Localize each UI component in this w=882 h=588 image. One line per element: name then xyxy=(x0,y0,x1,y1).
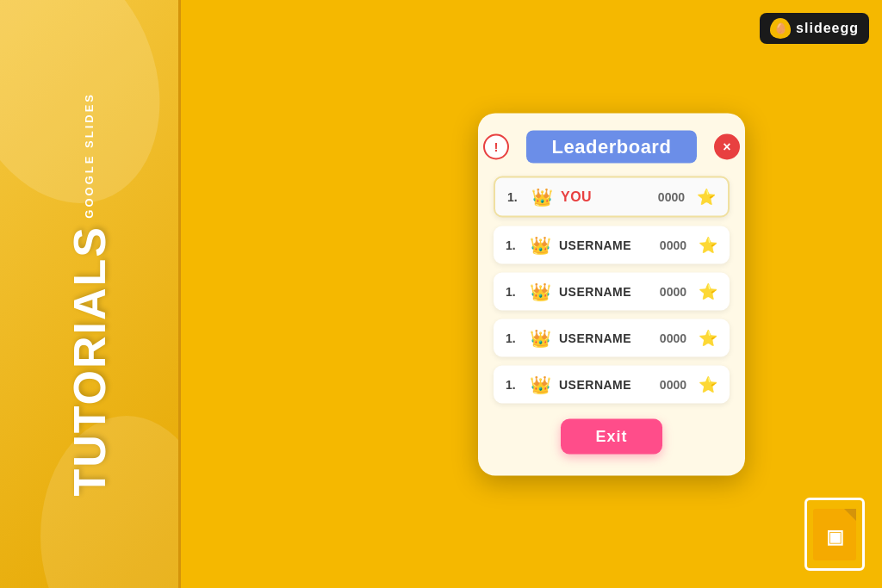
google-slides-label: GOOGLE SLIDES xyxy=(83,92,96,219)
star-5: ⭐ xyxy=(699,374,717,393)
crown-icon-4: 👑 xyxy=(528,327,552,348)
crown-icon-5: 👑 xyxy=(528,374,552,394)
player-name-3: USERNAME xyxy=(559,284,653,298)
slides-icon-container: ▣ xyxy=(804,498,865,571)
rank-2: 1. xyxy=(506,238,521,251)
rank-3: 1. xyxy=(506,284,521,298)
crown-icon-3: 👑 xyxy=(528,281,552,301)
leaderboard-row-2: 1. 👑 USERNAME 0000 ⭐ xyxy=(494,226,730,263)
slides-icon-symbol: ▣ xyxy=(826,526,844,548)
player-name-5: USERNAME xyxy=(559,377,653,391)
left-sidebar: GOOGLE SLIDES TUTORIALS xyxy=(0,0,181,588)
leaderboard-row-1: 1. 👑 YOU 0000 ⭐ xyxy=(494,176,730,217)
exit-button[interactable]: Exit xyxy=(561,418,662,454)
logo-text: slideegg xyxy=(796,21,859,36)
rank-1: 1. xyxy=(507,189,523,203)
leaderboard-rows: 1. 👑 YOU 0000 ⭐ 1. 👑 USERNAME 0000 ⭐ 1. … xyxy=(494,176,730,403)
egg-icon: 🥚 xyxy=(770,18,791,39)
crown-icon-1: 👑 xyxy=(530,186,554,207)
score-1: 0000 xyxy=(658,189,685,203)
leaderboard-row-5: 1. 👑 USERNAME 0000 ⭐ xyxy=(494,365,730,403)
leaderboard-title: Leaderboard xyxy=(526,130,698,163)
leaderboard-row-4: 1. 👑 USERNAME 0000 ⭐ xyxy=(494,319,730,356)
sidebar-text-container: GOOGLE SLIDES TUTORIALS xyxy=(67,92,112,496)
exit-button-container: Exit xyxy=(494,418,730,454)
star-3: ⭐ xyxy=(699,282,717,300)
close-button[interactable]: × xyxy=(714,133,740,159)
slideegg-logo: 🥚 slideegg xyxy=(760,13,869,44)
leaderboard-modal: ! Leaderboard × 1. 👑 YOU 0000 ⭐ 1. 👑 USE… xyxy=(478,113,745,475)
player-name-4: USERNAME xyxy=(559,331,653,344)
leaderboard-row-3: 1. 👑 USERNAME 0000 ⭐ xyxy=(494,272,730,310)
score-3: 0000 xyxy=(660,284,686,298)
star-2: ⭐ xyxy=(699,235,717,254)
main-area: 🥚 slideegg ! Leaderboard × 1. 👑 YOU 0000… xyxy=(181,0,882,588)
tutorials-label: TUTORIALS xyxy=(67,226,112,497)
star-4: ⭐ xyxy=(699,328,717,347)
score-5: 0000 xyxy=(660,377,686,391)
star-1: ⭐ xyxy=(697,187,716,206)
score-2: 0000 xyxy=(660,238,686,251)
rank-4: 1. xyxy=(506,331,521,344)
info-button[interactable]: ! xyxy=(483,133,509,159)
slides-icon-inner: ▣ xyxy=(813,509,856,560)
rank-5: 1. xyxy=(506,377,521,391)
player-name-1: YOU xyxy=(561,189,651,204)
score-4: 0000 xyxy=(660,331,686,344)
player-name-2: USERNAME xyxy=(559,238,653,251)
crown-icon-2: 👑 xyxy=(528,234,552,255)
modal-header: ! Leaderboard × xyxy=(494,130,730,163)
